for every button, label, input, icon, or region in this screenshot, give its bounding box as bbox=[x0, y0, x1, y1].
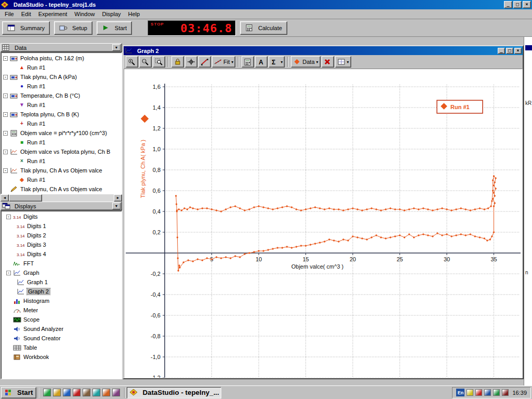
plot-area[interactable]: 51015202530351,61,41,21,00,80,60,40,2-0,… bbox=[124, 69, 523, 378]
run-item[interactable]: ■Run #1 bbox=[1, 138, 122, 147]
expand-toggle[interactable]: - bbox=[6, 215, 11, 219]
keyboard-layout-indicator[interactable]: En bbox=[456, 389, 464, 396]
expand-toggle[interactable]: - bbox=[3, 75, 8, 79]
scale-to-fit-button[interactable] bbox=[171, 56, 184, 68]
slope-tool-button[interactable] bbox=[198, 56, 211, 68]
setup-button[interactable]: Setup bbox=[54, 21, 92, 35]
display-item[interactable]: FFT bbox=[1, 259, 122, 268]
display-child-item[interactable]: 3.14Digits 2 bbox=[1, 231, 122, 240]
expand-toggle[interactable]: - bbox=[3, 94, 8, 98]
calculator-icon bbox=[244, 59, 252, 65]
display-child-item[interactable]: Graph 2 bbox=[1, 287, 122, 296]
scroll-thumb[interactable] bbox=[9, 194, 42, 202]
tray-2-icon[interactable] bbox=[475, 389, 482, 396]
quicklaunch-6-icon[interactable] bbox=[92, 389, 100, 396]
display-item-label: Table bbox=[23, 344, 37, 351]
run-item[interactable]: ●Run #1 bbox=[1, 82, 122, 91]
quicklaunch-5-icon[interactable] bbox=[83, 389, 90, 396]
run-item[interactable]: ▲Run #1 bbox=[1, 63, 122, 72]
start-menu-button[interactable]: Start bbox=[1, 387, 36, 398]
smart-tool-button[interactable] bbox=[185, 56, 197, 68]
scroll-left-button[interactable]: ◄ bbox=[1, 194, 9, 202]
svg-text:-1,0: -1,0 bbox=[151, 354, 161, 360]
annotation-button[interactable]: A bbox=[255, 56, 268, 68]
workbook-icon bbox=[13, 354, 21, 361]
data-item[interactable]: Tlak plynu, Ch A vs Objem valce bbox=[1, 184, 122, 194]
display-item[interactable]: Table bbox=[1, 343, 122, 352]
expand-toggle[interactable]: - bbox=[3, 150, 8, 154]
run-label: Run #1 bbox=[27, 139, 45, 145]
expand-toggle[interactable]: - bbox=[3, 56, 8, 61]
display-child-item[interactable]: 3.14Digits 3 bbox=[1, 240, 122, 249]
menu-display[interactable]: Display bbox=[98, 10, 124, 18]
display-item[interactable]: -Graph bbox=[1, 268, 122, 277]
menu-help[interactable]: Help bbox=[125, 10, 144, 18]
data-item[interactable]: -Objem valce = pi*r*r*y*100 (cm^3) bbox=[1, 128, 122, 138]
menu-window[interactable]: Window bbox=[71, 10, 98, 18]
close-button[interactable]: × bbox=[523, 1, 531, 8]
quicklaunch-2-icon[interactable] bbox=[53, 389, 61, 396]
summary-button[interactable]: Summary bbox=[2, 21, 50, 35]
graph-close-button[interactable]: × bbox=[514, 48, 522, 54]
data-item[interactable]: -Poloha pistu, Ch 1&2 (m) bbox=[1, 54, 122, 63]
graph-window-titlebar[interactable]: Graph 2 _ □ × bbox=[124, 46, 523, 55]
calculate-button[interactable]: Calculate bbox=[240, 21, 287, 35]
run-item[interactable]: ×Run #1 bbox=[1, 156, 122, 166]
quicklaunch-1-icon[interactable] bbox=[43, 389, 51, 396]
menu-experiment[interactable]: Experiment bbox=[35, 10, 71, 18]
quicklaunch-7-icon[interactable] bbox=[102, 389, 110, 396]
scroll-right-button[interactable]: ► bbox=[114, 194, 122, 202]
data-item[interactable]: -Temperature, Ch B (°C) bbox=[1, 91, 122, 100]
data-item[interactable]: -Objem valce vs Teplota plynu, Ch B bbox=[1, 147, 122, 156]
display-item[interactable]: Sound Creator bbox=[1, 334, 122, 343]
menu-edit[interactable]: Edit bbox=[18, 10, 35, 18]
minimize-button[interactable]: _ bbox=[504, 1, 512, 8]
tray-5-icon[interactable] bbox=[502, 389, 509, 396]
zoom-select-button[interactable] bbox=[153, 56, 165, 68]
display-child-item[interactable]: 3.14Digits 4 bbox=[1, 249, 122, 259]
graph-minimize-button[interactable]: _ bbox=[498, 48, 505, 54]
data-tree-scrollbar[interactable]: ◄ ► bbox=[1, 194, 122, 202]
display-item[interactable]: -3.14Digits bbox=[1, 212, 122, 221]
run-item[interactable]: ▼Run #1 bbox=[1, 100, 122, 110]
remove-button[interactable] bbox=[322, 56, 334, 68]
data-item-label: Objem valce vs Teplota plynu, Ch B bbox=[20, 149, 110, 155]
data-item[interactable]: -Teplota plynu, Ch B (K) bbox=[1, 110, 122, 119]
data-item[interactable]: -Tlak plynu, Ch A (kPa) bbox=[1, 72, 122, 82]
data-item[interactable]: -Tlak plynu, Ch A vs Objem valce bbox=[1, 166, 122, 175]
display-item[interactable]: Histogram bbox=[1, 296, 122, 305]
zoom-out-button[interactable] bbox=[139, 56, 152, 68]
display-item[interactable]: Meter bbox=[1, 305, 122, 315]
tray-3-icon[interactable] bbox=[484, 389, 491, 396]
expand-toggle[interactable]: - bbox=[3, 112, 8, 117]
run-item[interactable]: +Run #1 bbox=[1, 119, 122, 128]
menu-file[interactable]: File bbox=[1, 10, 18, 18]
scroll-track[interactable] bbox=[9, 194, 114, 202]
zoom-in-button[interactable] bbox=[126, 56, 138, 68]
display-child-item[interactable]: Graph 1 bbox=[1, 277, 122, 287]
graph-maximize-button[interactable]: □ bbox=[506, 48, 513, 54]
display-item[interactable]: Scope bbox=[1, 315, 122, 324]
quicklaunch-3-icon[interactable] bbox=[63, 389, 71, 396]
expand-toggle[interactable]: - bbox=[3, 131, 8, 136]
tray-1-icon[interactable] bbox=[467, 389, 473, 396]
displays-dropdown-button[interactable]: ▼ bbox=[112, 203, 121, 209]
fit-menu-button[interactable]: Fit▾ bbox=[212, 56, 235, 68]
run-item[interactable]: ◆Run #1 bbox=[1, 175, 122, 184]
quicklaunch-4-icon[interactable] bbox=[73, 389, 81, 396]
datastudio-task-button[interactable]: DataStudio - tepelny_... bbox=[127, 387, 221, 398]
statistics-menu-button[interactable]: Σ▾ bbox=[269, 56, 285, 68]
maximize-button[interactable]: □ bbox=[513, 1, 522, 8]
settings-menu-button[interactable]: ▾ bbox=[335, 56, 351, 68]
data-menu-button[interactable]: Data▾ bbox=[291, 56, 320, 68]
quicklaunch-8-icon[interactable] bbox=[112, 389, 120, 396]
display-item[interactable]: Sound Analyzer bbox=[1, 324, 122, 334]
display-child-item[interactable]: 3.14Digits 1 bbox=[1, 221, 122, 231]
tray-4-icon[interactable] bbox=[493, 389, 500, 396]
calculator-button[interactable] bbox=[242, 56, 254, 68]
start-button[interactable]: Start bbox=[97, 21, 132, 35]
display-item[interactable]: Workbook bbox=[1, 352, 122, 362]
expand-toggle[interactable]: - bbox=[6, 271, 11, 275]
expand-toggle[interactable]: - bbox=[3, 168, 8, 173]
data-dropdown-button[interactable]: ▼ bbox=[112, 44, 121, 51]
